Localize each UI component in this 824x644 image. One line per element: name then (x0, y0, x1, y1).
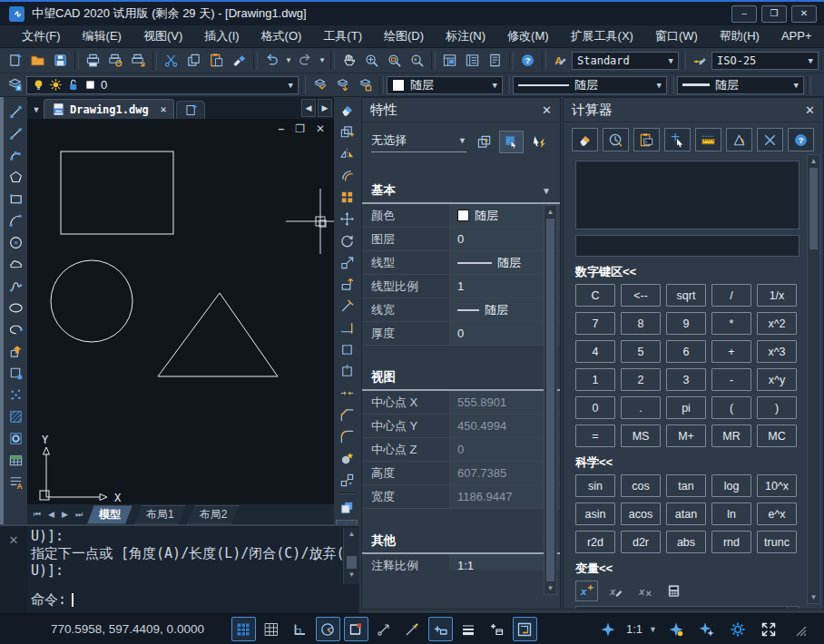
menu-item[interactable]: 工具(T) (312, 25, 373, 47)
tree-folder-row[interactable]: − x 变量样例 (576, 607, 799, 610)
numpad-key[interactable]: 9 (666, 312, 706, 335)
menu-item[interactable]: 插入(I) (193, 25, 250, 47)
otrack-toggle[interactable] (372, 617, 397, 641)
scientific-key[interactable]: 10^x (757, 474, 797, 497)
numpad-key[interactable]: / (711, 284, 751, 307)
new-drawing-tab-button[interactable] (176, 101, 205, 119)
text-style-combo[interactable]: Standard▼ (572, 52, 679, 70)
numpad-key[interactable]: M+ (666, 424, 706, 447)
quick-properties-toggle[interactable] (485, 617, 509, 641)
property-row[interactable]: 线型随层 (362, 251, 560, 275)
plot-preview-button[interactable] (104, 50, 127, 72)
command-close-icon[interactable]: ✕ (9, 533, 19, 613)
dim-style-combo[interactable]: ISO-25▼ (711, 52, 819, 70)
scrollbar-thumb[interactable] (347, 556, 357, 569)
ortho-toggle[interactable] (288, 617, 312, 641)
layout-tab-layout2[interactable]: 布局2 (188, 505, 240, 524)
tab-scroll-left-button[interactable]: ◀ (301, 99, 316, 117)
numpad-key[interactable]: x^2 (757, 312, 797, 335)
layout-tab-model[interactable]: 模型 (87, 505, 132, 524)
calculator-input[interactable] (575, 235, 799, 257)
scientific-key[interactable]: ln (711, 503, 751, 525)
chevron-down-icon[interactable]: ▼ (649, 625, 657, 634)
snap-toggle[interactable] (231, 617, 256, 641)
zoom-realtime-button[interactable] (360, 50, 383, 72)
selection-dropdown[interactable]: 无选择 ▼ (371, 132, 466, 152)
property-row[interactable]: 颜色随层 (362, 204, 560, 228)
property-row[interactable]: 中心点 Z0 (362, 438, 560, 462)
layout-last-button[interactable]: ⏭ (73, 510, 85, 520)
menu-item[interactable]: 帮助(H) (709, 25, 770, 47)
measure-distance-button[interactable] (695, 128, 721, 151)
match-properties-button[interactable] (228, 50, 250, 72)
scientific-key[interactable]: atan (666, 503, 706, 525)
lineweight-control[interactable]: 随层▼ (677, 76, 804, 94)
section-header[interactable]: 视图▼ (362, 366, 560, 391)
annotation-scale-icon[interactable] (595, 617, 620, 641)
copy-clip-button[interactable] (182, 50, 205, 72)
move-button[interactable] (336, 208, 358, 229)
numpad-key[interactable]: 1/x (757, 284, 797, 307)
layout-prev-button[interactable]: ◀ (45, 510, 57, 519)
properties-close-icon[interactable]: ✕ (542, 103, 552, 117)
numpad-key[interactable]: = (575, 424, 615, 447)
insert-block-button[interactable] (5, 340, 27, 362)
property-row[interactable]: 线型比例1 (362, 275, 560, 298)
grid-toggle[interactable] (260, 617, 284, 641)
offset-button[interactable] (336, 164, 358, 186)
fillet-button[interactable] (336, 425, 358, 447)
mtext-button[interactable]: A (5, 471, 27, 493)
close-button[interactable]: ✕ (791, 5, 817, 23)
menu-item[interactable]: 扩展工具(X) (560, 25, 644, 47)
ellipse-arc-button[interactable] (5, 318, 27, 340)
property-row[interactable]: 线宽随层 (362, 298, 560, 322)
scientific-key[interactable]: cos (621, 474, 661, 497)
numpad-key[interactable]: 1 (575, 368, 615, 391)
dynamic-ucs-toggle[interactable] (400, 617, 425, 641)
doc-close-button[interactable]: ✕ (316, 122, 325, 135)
viewport-maximize-toggle[interactable] (513, 617, 537, 641)
edit-variable-button[interactable]: x (604, 581, 627, 601)
align-button[interactable] (336, 469, 358, 491)
scientific-key[interactable]: d2r (621, 531, 661, 553)
extend-button[interactable] (336, 317, 358, 338)
menu-item[interactable]: APP+ (770, 25, 823, 47)
linetype-control[interactable]: 随层▼ (513, 76, 667, 94)
design-center-button[interactable] (438, 50, 461, 72)
paste-button[interactable] (205, 50, 228, 72)
hatch-button[interactable] (5, 405, 27, 427)
calculator-close-icon[interactable]: ✕ (805, 103, 815, 117)
menu-item[interactable]: 标注(N) (435, 25, 496, 47)
osnap-toggle[interactable] (344, 617, 368, 641)
arc-button[interactable] (5, 210, 27, 231)
copy-button[interactable] (336, 121, 358, 142)
property-row[interactable]: 中心点 X555.8901 (362, 391, 560, 415)
help-button[interactable]: ? (788, 128, 814, 151)
scroll-down-icon[interactable]: ▼ (544, 582, 557, 594)
point-button[interactable] (5, 384, 27, 405)
return-to-input-button[interactable] (662, 581, 685, 601)
numpad-key[interactable]: . (621, 396, 661, 419)
polygon-button[interactable] (5, 166, 27, 188)
scroll-up-icon[interactable]: ▲ (544, 206, 557, 218)
sheet-set-manager-button[interactable] (484, 50, 506, 72)
table-button[interactable] (5, 449, 27, 471)
command-scrollbar[interactable]: ▲ ▼ (343, 528, 359, 584)
measure-angle-button[interactable] (726, 128, 752, 151)
undo-button[interactable] (260, 50, 283, 72)
toggle-pickadd-button[interactable] (472, 131, 496, 153)
scroll-down-icon[interactable]: ▼ (807, 591, 820, 603)
redo-button[interactable] (294, 50, 317, 72)
numpad-key[interactable]: 4 (575, 340, 615, 363)
numpad-key[interactable]: sqrt (666, 284, 706, 307)
circle-button[interactable] (5, 231, 27, 253)
join-button[interactable] (336, 382, 358, 404)
line-button[interactable] (5, 101, 27, 122)
numpad-key[interactable]: 8 (621, 312, 661, 335)
stretch-button[interactable] (336, 273, 358, 295)
numpad-key[interactable]: - (711, 368, 751, 391)
construction-line-button[interactable] (5, 122, 27, 144)
menu-item[interactable]: 编辑(E) (72, 25, 132, 47)
numpad-key[interactable]: 7 (575, 312, 615, 335)
property-row[interactable]: 宽度1186.9447 (362, 485, 560, 509)
